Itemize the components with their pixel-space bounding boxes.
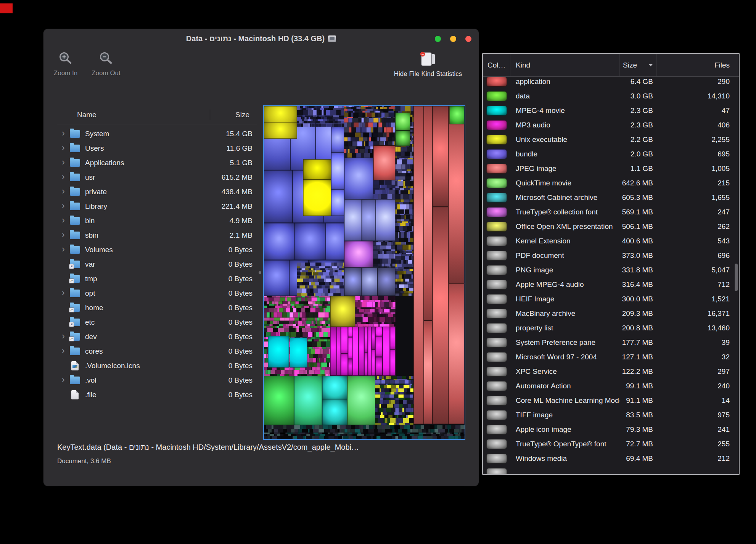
file-kind-row[interactable]: MPEG-4 movie2.3 GB47 xyxy=(483,103,739,118)
kind-files: 1,005 xyxy=(656,164,739,173)
file-list-row[interactable]: etc0 Bytes xyxy=(57,315,257,330)
file-list-row[interactable]: ›cores0 Bytes xyxy=(57,344,257,359)
file-kind-statistics-panel-icon xyxy=(419,51,437,68)
titlebar[interactable]: Data - נתונים - Macintosh HD (33.4 GB) xyxy=(43,29,479,48)
file-list-row[interactable]: ›private438.4 MB xyxy=(57,185,257,199)
treemap-canvas[interactable] xyxy=(264,106,465,439)
disclosure-chevron-icon[interactable]: › xyxy=(57,230,67,239)
stats-column-header-size[interactable]: Size xyxy=(619,54,656,76)
file-list-row[interactable]: ›opt0 Bytes xyxy=(57,286,257,301)
file-kind-row[interactable]: Microsoft Word 97 - 2004127.1 MB32 xyxy=(483,350,739,364)
file-kind-row[interactable]: data3.0 GB14,310 xyxy=(483,89,739,103)
kind-files: 5,047 xyxy=(656,266,739,274)
disclosure-chevron-icon[interactable]: › xyxy=(57,158,67,167)
file-list-row[interactable]: ›bin4.9 MB xyxy=(57,214,257,228)
kind-color-swatch xyxy=(486,425,507,435)
file-kind-row[interactable]: PNG image331.8 MB5,047 xyxy=(483,263,739,277)
panel-splitter[interactable] xyxy=(257,105,263,440)
kind-color-swatch xyxy=(486,120,507,130)
disclosure-chevron-icon[interactable]: › xyxy=(57,216,67,225)
file-list-row[interactable]: ›System15.4 GB xyxy=(57,127,257,141)
hide-file-kind-statistics-button[interactable]: Hide File Kind Statistics xyxy=(380,51,476,78)
file-list-row[interactable]: ›Volumes0 Bytes xyxy=(57,243,257,257)
file-list-row[interactable]: ›Library221.4 MB xyxy=(57,199,257,214)
stats-column-header-kind[interactable]: Kind xyxy=(510,54,619,76)
disk-proxy-icon[interactable] xyxy=(328,35,336,42)
kind-files: 406 xyxy=(656,121,739,129)
scrollbar-thumb[interactable] xyxy=(735,264,738,291)
file-kind-row[interactable]: TrueType® OpenType® font72.7 MB255 xyxy=(483,437,739,451)
file-kind-row[interactable]: PDF document373.0 MB696 xyxy=(483,248,739,263)
file-kind-row[interactable]: Unix executable2.2 GB2,255 xyxy=(483,132,739,147)
file-list-row[interactable]: ›dev0 Bytes xyxy=(57,330,257,344)
file-list-row[interactable]: .file0 Bytes xyxy=(57,388,257,402)
zoom-out-button[interactable]: Zoom Out xyxy=(88,51,124,77)
disclosure-chevron-icon[interactable]: › xyxy=(57,346,67,355)
screen-corner-red-artifact xyxy=(0,3,13,13)
file-list-row[interactable]: ›Applications5.1 GB xyxy=(57,156,257,170)
file-kind-row[interactable]: TIFF image83.5 MB975 xyxy=(483,408,739,422)
kind-files: 14 xyxy=(656,396,739,405)
file-list-row[interactable]: ›.vol0 Bytes xyxy=(57,373,257,388)
kind-name: XPC Service xyxy=(510,367,619,376)
file-list-row[interactable]: var0 Bytes xyxy=(57,257,257,272)
file-kind-row[interactable]: Core ML Machine Learning Model91.1 MB14 xyxy=(483,393,739,408)
kind-size: 3.0 GB xyxy=(619,92,656,100)
disclosure-chevron-icon[interactable]: › xyxy=(57,187,67,196)
kind-color-cell xyxy=(483,164,510,174)
window-button-minimize[interactable] xyxy=(450,36,456,42)
file-name: .file xyxy=(85,391,228,399)
file-kind-row[interactable]: XPC Service122.2 MB297 xyxy=(483,364,739,379)
stats-column-header-color[interactable]: Col… xyxy=(483,54,510,76)
file-list-row[interactable]: ›sbin2.1 MB xyxy=(57,228,257,243)
folder-icon xyxy=(70,174,80,181)
kind-name: Apple MPEG-4 audio xyxy=(510,280,619,289)
column-header-size[interactable]: Size xyxy=(235,111,249,119)
file-kind-row[interactable]: property list200.8 MB13,460 xyxy=(483,321,739,335)
kind-size: 373.0 MB xyxy=(619,251,656,260)
file-kind-row[interactable]: bundle2.0 GB695 xyxy=(483,147,739,161)
disclosure-chevron-icon[interactable]: › xyxy=(57,245,67,254)
file-kind-row[interactable]: Kernel Extension400.6 MB543 xyxy=(483,234,739,248)
disclosure-chevron-icon[interactable]: › xyxy=(57,375,67,384)
disclosure-chevron-icon[interactable]: › xyxy=(57,143,67,152)
file-list-row[interactable]: home0 Bytes xyxy=(57,301,257,315)
file-kind-row[interactable]: MacBinary archive209.3 MB16,371 xyxy=(483,306,739,321)
kind-size: 122.2 MB xyxy=(619,367,656,376)
disclosure-chevron-icon[interactable]: › xyxy=(57,172,67,181)
window-button-zoom[interactable] xyxy=(435,36,441,42)
file-kind-row[interactable]: Apple MPEG-4 audio316.4 MB712 xyxy=(483,277,739,292)
window-button-close[interactable] xyxy=(465,36,471,42)
file-list-row[interactable]: tmp0 Bytes xyxy=(57,272,257,286)
file-kind-row[interactable]: System Preference pane177.7 MB39 xyxy=(483,335,739,350)
kind-color-swatch xyxy=(486,367,507,377)
file-kind-row[interactable]: QuickTime movie642.6 MB215 xyxy=(483,176,739,190)
file-kind-row[interactable]: HEIF Image300.0 MB1,521 xyxy=(483,292,739,306)
kind-size: 83.5 MB xyxy=(619,411,656,419)
file-kind-row[interactable]: Apple icon image79.3 MB241 xyxy=(483,422,739,437)
column-header-name[interactable]: Name xyxy=(57,111,97,119)
file-kind-row[interactable] xyxy=(483,466,739,475)
file-kind-row[interactable]: Microsoft Cabinet archive605.3 MB1,655 xyxy=(483,190,739,205)
file-kind-row[interactable]: TrueType® collection font569.1 MB247 xyxy=(483,205,739,219)
column-divider[interactable] xyxy=(210,109,210,120)
file-kind-row[interactable]: Office Open XML presentation506.1 MB262 xyxy=(483,219,739,234)
file-list-row[interactable]: .VolumeIcon.icns0 Bytes xyxy=(57,359,257,373)
file-list-row[interactable]: ›usr615.2 MB xyxy=(57,170,257,185)
stats-column-header-files[interactable]: Files xyxy=(656,54,739,76)
disclosure-chevron-icon[interactable]: › xyxy=(57,288,67,297)
kind-color-swatch xyxy=(486,193,507,203)
file-kind-row[interactable]: JPEG image1.1 GB1,005 xyxy=(483,161,739,176)
file-size: 0 Bytes xyxy=(228,347,257,356)
disclosure-chevron-icon[interactable]: › xyxy=(57,332,67,341)
disclosure-chevron-icon[interactable]: › xyxy=(57,201,67,210)
file-list-row[interactable]: ›Users11.6 GB xyxy=(57,141,257,156)
file-kind-row[interactable]: Windows media69.4 MB212 xyxy=(483,451,739,466)
zoom-in-button[interactable]: Zoom In xyxy=(49,51,82,77)
file-kind-row[interactable]: Automator Action99.1 MB240 xyxy=(483,379,739,393)
kind-name: MP3 audio xyxy=(510,121,619,129)
file-kind-row[interactable]: MP3 audio2.3 GB406 xyxy=(483,118,739,132)
kind-color-cell xyxy=(483,410,510,420)
kind-color-cell xyxy=(483,178,510,188)
disclosure-chevron-icon[interactable]: › xyxy=(57,129,67,138)
